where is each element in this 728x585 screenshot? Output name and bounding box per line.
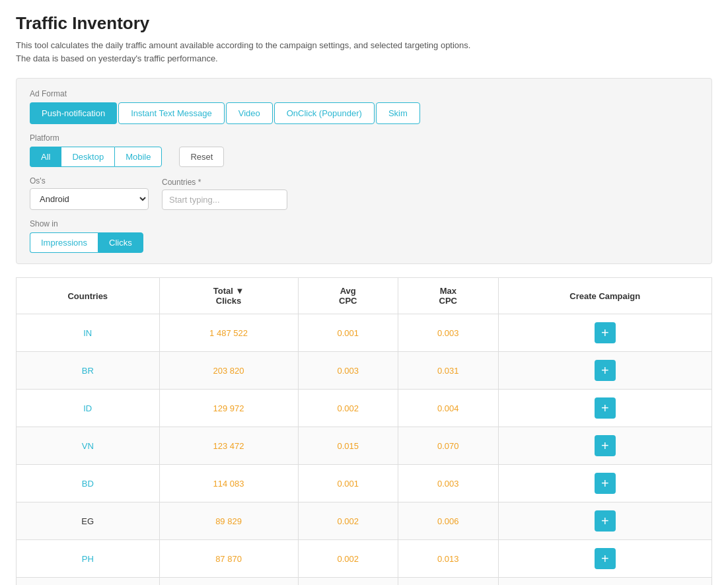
- sort-icon: ▼: [235, 286, 244, 296]
- page-container: Traffic Inventory This tool calculates t…: [0, 0, 728, 585]
- country-link[interactable]: VN: [82, 441, 94, 451]
- cell-max-cpc: 0.013: [398, 540, 499, 578]
- create-campaign-button[interactable]: +: [595, 322, 616, 343]
- cell-country: US: [17, 578, 160, 586]
- platform-desktop-button[interactable]: Desktop: [61, 147, 114, 167]
- table-row: BD114 0830.0010.003+: [17, 465, 712, 502]
- col-countries: Countries: [17, 278, 160, 314]
- cell-country: ID: [17, 390, 160, 427]
- tab-onclick-popunder[interactable]: OnClick (Popunder): [274, 102, 375, 124]
- platform-all-button[interactable]: All: [30, 147, 61, 167]
- cell-max-cpc: 0.003: [398, 314, 499, 352]
- countries-label: Countries *: [162, 178, 287, 187]
- cell-create-campaign: +: [498, 578, 711, 586]
- cell-max-cpc: 0.003: [398, 465, 499, 502]
- cell-avg-cpc: 0.002: [298, 502, 398, 540]
- cell-create-campaign: +: [498, 427, 711, 465]
- platform-group: All Desktop Mobile: [30, 147, 162, 167]
- cell-avg-cpc: 0.015: [298, 427, 398, 465]
- ad-format-tabs: Push-notification Instant Text Message V…: [30, 102, 698, 124]
- subtitle-line1: This tool calculates the daily traffic a…: [16, 40, 470, 50]
- cell-total-clicks: 1 487 522: [159, 314, 298, 352]
- col-max-cpc: MaxCPC: [398, 278, 499, 314]
- tab-skim[interactable]: Skim: [376, 102, 420, 124]
- tab-push-notification[interactable]: Push-notification: [30, 102, 117, 124]
- subtitle: This tool calculates the daily traffic a…: [16, 39, 712, 65]
- cell-create-campaign: +: [498, 502, 711, 540]
- show-in-row: Show in Impressions Clicks: [30, 219, 698, 253]
- cell-total-clicks: 129 972: [159, 390, 298, 427]
- country-link[interactable]: BD: [82, 479, 94, 489]
- tab-instant-text-message[interactable]: Instant Text Message: [118, 102, 225, 124]
- ad-format-label: Ad Format: [30, 89, 698, 98]
- filter-panel: Ad Format Push-notification Instant Text…: [16, 78, 712, 264]
- table-body: IN1 487 5220.0010.003+BR203 8200.0030.03…: [17, 314, 712, 586]
- cell-create-campaign: +: [498, 390, 711, 427]
- table-row: VN123 4720.0150.070+: [17, 427, 712, 465]
- page-title: Traffic Inventory: [16, 13, 712, 34]
- cell-country: IN: [17, 314, 160, 352]
- cell-create-campaign: +: [498, 465, 711, 502]
- table-row: EG89 8290.0020.006+: [17, 502, 712, 540]
- show-in-label: Show in: [30, 219, 698, 228]
- col-create-campaign: Create Campaign: [498, 278, 711, 314]
- create-campaign-button[interactable]: +: [595, 360, 616, 381]
- reset-button[interactable]: Reset: [179, 147, 224, 167]
- cell-max-cpc: 0.006: [398, 502, 499, 540]
- create-campaign-button[interactable]: +: [595, 510, 616, 532]
- countries-input-group: Countries *: [162, 178, 287, 210]
- os-select-group: Os's Android iOS Windows macOS Linux: [30, 176, 149, 210]
- subtitle-line2: The data is based on yesterday's traffic…: [16, 53, 218, 63]
- table-container: Countries Total ▼Clicks AvgCPC MaxCPC Cr…: [16, 277, 712, 585]
- country-link[interactable]: PH: [82, 554, 94, 564]
- data-table: Countries Total ▼Clicks AvgCPC MaxCPC Cr…: [16, 277, 712, 585]
- cell-total-clicks: 123 472: [159, 427, 298, 465]
- tab-video[interactable]: Video: [226, 102, 273, 124]
- country-link[interactable]: BR: [82, 366, 94, 376]
- platform-section: Platform All Desktop Mobile Reset: [30, 133, 698, 167]
- platform-row: All Desktop Mobile Reset: [30, 147, 698, 167]
- selects-row: Os's Android iOS Windows macOS Linux Cou…: [30, 176, 698, 210]
- create-campaign-button[interactable]: +: [595, 435, 616, 456]
- create-campaign-button[interactable]: +: [595, 397, 616, 419]
- cell-create-campaign: +: [498, 352, 711, 390]
- platform-label: Platform: [30, 133, 698, 143]
- header-row: Countries Total ▼Clicks AvgCPC MaxCPC Cr…: [17, 278, 712, 314]
- show-clicks-button[interactable]: Clicks: [98, 232, 143, 253]
- table-row: ID129 9720.0020.004+: [17, 390, 712, 427]
- cell-total-clicks: 203 820: [159, 352, 298, 390]
- create-campaign-button[interactable]: +: [595, 473, 616, 494]
- cell-total-clicks: 68 428: [159, 578, 298, 586]
- table-row: IN1 487 5220.0010.003+: [17, 314, 712, 352]
- create-campaign-button[interactable]: +: [595, 548, 616, 569]
- cell-country: VN: [17, 427, 160, 465]
- cell-country: PH: [17, 540, 160, 578]
- cell-avg-cpc: 0.003: [298, 352, 398, 390]
- cell-create-campaign: +: [498, 314, 711, 352]
- col-avg-cpc: AvgCPC: [298, 278, 398, 314]
- col-total-clicks[interactable]: Total ▼Clicks: [159, 278, 298, 314]
- cell-max-cpc: 0.205: [398, 578, 499, 586]
- table-row: BR203 8200.0030.031+: [17, 352, 712, 390]
- cell-avg-cpc: 0.002: [298, 540, 398, 578]
- os-select[interactable]: Android iOS Windows macOS Linux: [30, 188, 149, 210]
- cell-country: EG: [17, 502, 160, 540]
- cell-avg-cpc: 0.001: [298, 465, 398, 502]
- table-header: Countries Total ▼Clicks AvgCPC MaxCPC Cr…: [17, 278, 712, 314]
- cell-max-cpc: 0.031: [398, 352, 499, 390]
- cell-avg-cpc: 0.001: [298, 314, 398, 352]
- cell-total-clicks: 114 083: [159, 465, 298, 502]
- country-link[interactable]: ID: [83, 403, 92, 413]
- countries-input[interactable]: [162, 189, 287, 210]
- table-row: PH87 8700.0020.013+: [17, 540, 712, 578]
- cell-total-clicks: 87 870: [159, 540, 298, 578]
- country-link[interactable]: IN: [83, 328, 92, 338]
- cell-avg-cpc: 0.009: [298, 578, 398, 586]
- cell-avg-cpc: 0.002: [298, 390, 398, 427]
- cell-max-cpc: 0.070: [398, 427, 499, 465]
- ad-format-section: Ad Format Push-notification Instant Text…: [30, 89, 698, 124]
- platform-mobile-button[interactable]: Mobile: [114, 147, 162, 167]
- show-impressions-button[interactable]: Impressions: [30, 232, 98, 253]
- cell-create-campaign: +: [498, 540, 711, 578]
- cell-max-cpc: 0.004: [398, 390, 499, 427]
